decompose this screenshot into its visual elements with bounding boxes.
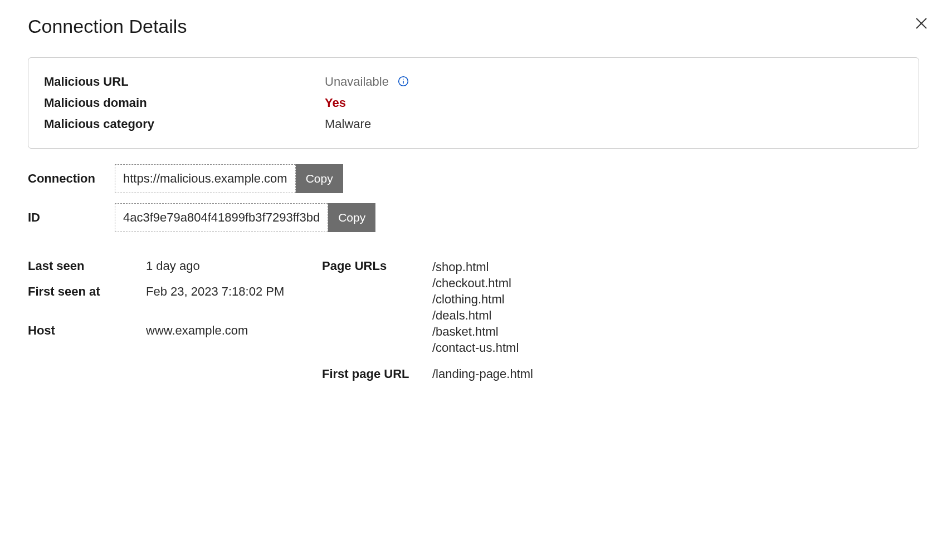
malicious-category-value: Malware (325, 117, 371, 131)
connection-details-dialog: Connection Details Malicious URL Unavail… (0, 0, 947, 424)
malicious-domain-row: Malicious domain Yes (44, 92, 903, 114)
page-urls-list: /shop.html /checkout.html /clothing.html… (432, 259, 519, 356)
malicious-url-value-text: Unavailable (325, 75, 389, 89)
first-seen-value: Feb 23, 2023 7:18:02 PM (146, 284, 284, 299)
connection-value[interactable]: https://malicious.example.com (115, 164, 296, 193)
first-seen-label: First seen at (28, 284, 146, 299)
id-value[interactable]: 4ac3f9e79a804f41899fb3f7293ff3bd (115, 203, 328, 232)
first-seen-row: First seen at Feb 23, 2023 7:18:02 PM (28, 282, 322, 308)
page-title: Connection Details (28, 16, 919, 37)
malicious-summary-card: Malicious URL Unavailable Malicious doma… (28, 57, 919, 149)
meta-columns: Last seen 1 day ago First seen at Feb 23… (28, 257, 919, 390)
first-page-url-label: First page URL (322, 367, 432, 381)
id-label: ID (28, 210, 115, 225)
info-icon[interactable] (398, 76, 409, 87)
page-url-item: /deals.html (432, 307, 519, 323)
page-urls-row: Page URLs /shop.html /checkout.html /clo… (322, 257, 919, 365)
meta-column-right: Page URLs /shop.html /checkout.html /clo… (322, 257, 919, 390)
copy-id-button[interactable]: Copy (328, 203, 375, 232)
page-url-item: /basket.html (432, 323, 519, 340)
malicious-url-label: Malicious URL (44, 75, 325, 89)
last-seen-value: 1 day ago (146, 259, 200, 273)
last-seen-label: Last seen (28, 259, 146, 273)
close-button[interactable] (912, 14, 930, 32)
copy-section: Connection https://malicious.example.com… (28, 164, 919, 232)
id-row: ID 4ac3f9e79a804f41899fb3f7293ff3bd Copy (28, 203, 919, 232)
host-label: Host (28, 323, 146, 338)
malicious-domain-label: Malicious domain (44, 96, 325, 110)
malicious-url-value: Unavailable (325, 75, 409, 89)
page-url-item: /shop.html (432, 259, 519, 275)
page-url-item: /contact-us.html (432, 340, 519, 356)
connection-label: Connection (28, 171, 115, 186)
page-url-item: /clothing.html (432, 291, 519, 307)
first-page-url-value: /landing-page.html (432, 367, 533, 381)
malicious-domain-value: Yes (325, 96, 346, 110)
malicious-category-row: Malicious category Malware (44, 114, 903, 135)
first-page-url-row: First page URL /landing-page.html (322, 365, 919, 390)
last-seen-row: Last seen 1 day ago (28, 257, 322, 282)
host-value: www.example.com (146, 323, 248, 338)
host-row: Host www.example.com (28, 321, 322, 347)
copy-connection-button[interactable]: Copy (296, 164, 343, 193)
page-urls-label: Page URLs (322, 259, 432, 273)
close-icon (915, 17, 928, 30)
page-url-item: /checkout.html (432, 275, 519, 291)
connection-row: Connection https://malicious.example.com… (28, 164, 919, 193)
malicious-url-row: Malicious URL Unavailable (44, 71, 903, 92)
malicious-category-label: Malicious category (44, 117, 325, 131)
meta-column-left: Last seen 1 day ago First seen at Feb 23… (28, 257, 322, 390)
svg-point-4 (403, 79, 403, 80)
